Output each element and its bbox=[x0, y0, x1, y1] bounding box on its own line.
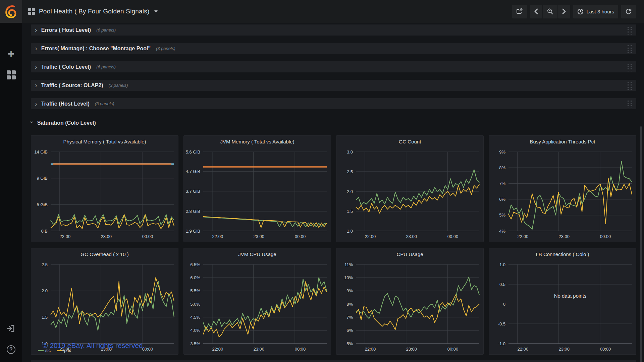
navbar: Pool Health ( By Four Golden Signals) bbox=[22, 0, 644, 23]
y-tick-label: 4.5% bbox=[190, 315, 200, 320]
series-line-phx bbox=[203, 282, 327, 337]
y-tick-label: 2.0 bbox=[42, 288, 48, 293]
time-range-button[interactable]: Last 3 hours bbox=[573, 5, 618, 18]
y-tick-label: 0 B bbox=[41, 229, 48, 234]
time-forward-button[interactable] bbox=[558, 5, 570, 18]
y-tick-label: 0 bbox=[503, 302, 505, 307]
row-title: Traffic (Host Level) bbox=[41, 101, 90, 107]
grafana-logo[interactable] bbox=[0, 0, 22, 23]
y-tick-label: 1.5 bbox=[42, 315, 48, 320]
row-drag-handle-icon[interactable] bbox=[626, 63, 632, 71]
y-tick-label: 10% bbox=[344, 275, 353, 280]
series-line-phx bbox=[356, 295, 479, 330]
series-line-slc bbox=[203, 217, 327, 227]
y-tick-label: 8% bbox=[346, 302, 353, 307]
y-tick-label: 4.7 GiB bbox=[186, 169, 200, 174]
vertical-scrollbar[interactable] bbox=[640, 126, 642, 362]
no-data-label: No data points bbox=[554, 293, 587, 299]
panel-title[interactable]: CPU Usage bbox=[336, 248, 483, 260]
dashboard-rows: ›Errors ( Host Level)(6 panels)›Errors( … bbox=[31, 24, 636, 117]
panel-jvm-memory-total-vs-available: JVM Memory ( Total vs Available)5.6 GiB4… bbox=[183, 135, 331, 242]
row-header-collapsed[interactable]: ›Traffic ( Colo Level)(6 panels) bbox=[31, 61, 636, 72]
zoom-out-icon bbox=[547, 8, 553, 15]
copyright-link[interactable]: © 2019 eBay. All rights reserved. bbox=[43, 342, 145, 350]
y-tick-label: 6% bbox=[499, 197, 505, 202]
y-tick-label: 5 GiB bbox=[37, 202, 48, 207]
row-drag-handle-icon[interactable] bbox=[626, 81, 632, 90]
y-tick-label: 3.5% bbox=[190, 341, 200, 346]
row-drag-handle-icon[interactable] bbox=[626, 26, 632, 35]
x-tick-label: 00:00 bbox=[295, 234, 306, 239]
y-tick-label: -1.0 bbox=[498, 341, 505, 346]
chevron-right-icon: › bbox=[35, 63, 37, 70]
panel-title[interactable]: JVM CPU Usage bbox=[184, 248, 331, 260]
chart-canvas: 9%8%7%6%5%4%22:0023:0000:00 bbox=[489, 147, 637, 242]
panel-gc-count: GC Count3.02.52.01.51.022:0023:0000:00 bbox=[336, 135, 484, 242]
refresh-button[interactable] bbox=[621, 5, 636, 18]
y-tick-label: 5.0% bbox=[190, 302, 200, 307]
series-line-phx bbox=[508, 178, 632, 224]
series-line-phx bbox=[51, 215, 174, 229]
chart-canvas: 3.02.52.01.51.022:0023:0000:00 bbox=[336, 147, 484, 242]
row-drag-handle-icon[interactable] bbox=[626, 100, 632, 108]
x-tick-label: 23:00 bbox=[254, 347, 265, 352]
y-tick-label: 4% bbox=[499, 229, 505, 234]
x-tick-label: 22:00 bbox=[212, 347, 223, 352]
y-tick-label: 14 GiB bbox=[34, 149, 48, 155]
sidebar: + ? bbox=[0, 0, 22, 362]
row-panel-count: (3 panels) bbox=[95, 101, 114, 106]
y-tick-label: 9 GiB bbox=[37, 176, 48, 181]
y-tick-label: 2.5 bbox=[42, 262, 48, 267]
row-panel-count: (6 panels) bbox=[96, 64, 116, 69]
panel-jvm-cpu-usage: JVM CPU Usage6.5%6.0%5.5%5.0%4.5%4.0%3.5… bbox=[183, 248, 331, 355]
time-back-button[interactable] bbox=[530, 5, 542, 18]
help-button[interactable]: ? bbox=[0, 342, 22, 357]
x-tick-label: 00:00 bbox=[295, 347, 306, 352]
panel-title[interactable]: JVM Memory ( Total vs Available) bbox=[184, 136, 331, 147]
x-tick-label: 22:00 bbox=[212, 234, 223, 239]
row-drag-handle-icon[interactable] bbox=[626, 44, 632, 53]
panel-physical-memory-total-vs-available: Physical Memory ( Total vs Available)14 … bbox=[31, 135, 178, 242]
x-tick-label: 00:00 bbox=[600, 234, 611, 239]
y-tick-label: 3.7 GiB bbox=[186, 189, 200, 194]
zoom-out-button[interactable] bbox=[543, 5, 557, 18]
row-header-collapsed[interactable]: ›Errors( Montage) : Choose "Montage Pool… bbox=[31, 43, 636, 54]
panel-title[interactable]: Busy Application Threads Pct bbox=[489, 136, 636, 147]
share-button[interactable] bbox=[512, 5, 527, 18]
panel-title[interactable]: Physical Memory ( Total vs Available) bbox=[31, 136, 178, 147]
y-tick-label: 7% bbox=[499, 181, 505, 186]
row-header-saturation-colo-level[interactable]: › Saturation (Colo Level) bbox=[31, 119, 96, 127]
question-mark-icon: ? bbox=[7, 345, 15, 354]
chevron-right-icon: › bbox=[35, 45, 37, 52]
panel-title[interactable]: LB Connections ( Colo ) bbox=[489, 248, 636, 260]
x-tick-label: 22:00 bbox=[518, 234, 529, 239]
series-line-slc bbox=[356, 277, 479, 318]
y-tick-label: 6.0% bbox=[190, 275, 200, 280]
y-tick-label: 2.0 bbox=[347, 189, 353, 194]
x-tick-label: 23:00 bbox=[406, 234, 417, 239]
chevron-right-icon: › bbox=[35, 82, 37, 88]
sign-in-button[interactable] bbox=[0, 321, 22, 336]
dashboard-title-button[interactable]: Pool Health ( By Four Golden Signals) bbox=[28, 8, 158, 15]
x-tick-label: 22:00 bbox=[518, 347, 529, 352]
x-tick-label: 22:00 bbox=[365, 234, 376, 239]
dashboards-button[interactable] bbox=[0, 67, 22, 82]
panel-title[interactable]: GC Count bbox=[336, 136, 483, 147]
x-tick-label: 22:00 bbox=[365, 347, 376, 352]
x-tick-label: 23:00 bbox=[406, 347, 417, 352]
row-header-collapsed[interactable]: ›Traffic ( Source: OLAP2)(3 panels) bbox=[31, 80, 636, 91]
row-panel-count: (6 panels) bbox=[96, 27, 116, 33]
add-button[interactable]: + bbox=[0, 46, 22, 61]
y-tick-label: 2.8 GiB bbox=[186, 209, 200, 214]
row-header-collapsed[interactable]: ›Traffic (Host Level)(3 panels) bbox=[31, 98, 636, 109]
next-row-partial[interactable] bbox=[31, 360, 636, 362]
chart-canvas: 2.52.01.51.022:0023:0000:00 bbox=[31, 260, 179, 354]
series-line-slc bbox=[51, 281, 174, 330]
row-title: Traffic ( Colo Level) bbox=[41, 64, 91, 70]
row-header-collapsed[interactable]: ›Errors ( Host Level)(6 panels) bbox=[31, 24, 636, 36]
y-tick-label: 9% bbox=[499, 149, 505, 155]
legend-color-dash bbox=[57, 350, 62, 351]
sign-in-icon bbox=[7, 324, 15, 333]
panel-title[interactable]: GC Overhead ( x 10 ) bbox=[31, 248, 178, 260]
panel-grid: Physical Memory ( Total vs Available)14 … bbox=[31, 135, 636, 355]
